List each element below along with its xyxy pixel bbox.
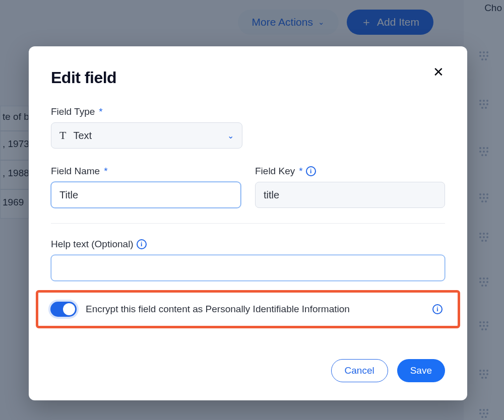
info-icon[interactable]: i <box>306 166 316 176</box>
encrypt-highlight-box: Encrypt this field content as Personally… <box>36 290 460 328</box>
bg-right-panel: Cho <box>464 0 504 420</box>
field-name-input[interactable] <box>51 182 241 208</box>
field-type-value: Text <box>73 130 220 142</box>
edit-field-modal: Edit field ✕ Field Type * T Text ⌄ Field… <box>29 46 467 400</box>
divider <box>51 223 445 224</box>
field-type-label-text: Field Type <box>51 106 95 117</box>
name-key-row: Field Name * Field Key * i <box>51 166 445 208</box>
encrypt-label: Encrypt this field content as Personally… <box>86 304 423 315</box>
drag-handle-icon[interactable] <box>479 408 489 419</box>
required-star: * <box>299 166 302 177</box>
modal-header: Edit field ✕ <box>51 68 445 87</box>
bg-toolbar: More Actions ⌄ ＋ Add Item <box>0 8 504 36</box>
close-button[interactable]: ✕ <box>432 64 445 80</box>
bg-left-cell: , 1988 <box>0 160 29 189</box>
field-type-select[interactable]: T Text ⌄ <box>51 122 242 149</box>
bg-left-cell: te of b <box>0 106 29 131</box>
field-key-input[interactable] <box>255 182 445 208</box>
drag-handle-icon[interactable] <box>479 232 489 243</box>
chevron-down-icon: ⌄ <box>227 131 234 141</box>
drag-handle-icon[interactable] <box>479 369 489 380</box>
help-text-label-text: Help text (Optional) <box>51 239 134 250</box>
add-item-label: Add Item <box>377 16 419 28</box>
add-item-button[interactable]: ＋ Add Item <box>347 10 433 35</box>
drag-handle-icon[interactable] <box>479 50 489 61</box>
drag-handle-icon[interactable] <box>479 320 489 331</box>
plus-icon: ＋ <box>361 15 372 30</box>
close-icon: ✕ <box>433 64 444 80</box>
more-actions-label: More Actions <box>252 16 313 28</box>
text-type-icon: T <box>59 129 66 142</box>
field-name-label: Field Name * <box>51 166 241 177</box>
required-star: * <box>104 166 107 177</box>
modal-title: Edit field <box>51 68 116 87</box>
help-text-label: Help text (Optional) i <box>51 239 445 250</box>
field-type-label: Field Type * <box>51 106 445 117</box>
drag-handle-icon[interactable] <box>479 146 489 157</box>
more-actions-button[interactable]: More Actions ⌄ <box>238 10 339 35</box>
field-key-label: Field Key * i <box>255 166 445 177</box>
required-star: * <box>99 106 102 117</box>
drag-handle-icon[interactable] <box>479 276 489 288</box>
bg-left-cell: 1969 <box>0 189 29 219</box>
chevron-down-icon: ⌄ <box>318 18 325 27</box>
toggle-knob <box>63 303 75 315</box>
save-button[interactable]: Save <box>397 359 445 382</box>
help-text-input[interactable] <box>51 255 445 281</box>
info-icon[interactable]: i <box>137 239 147 249</box>
field-name-col: Field Name * <box>51 166 241 208</box>
modal-footer: Cancel Save <box>51 342 445 382</box>
bg-left-cell: , 1973 <box>0 131 29 160</box>
encrypt-toggle[interactable] <box>50 302 77 317</box>
field-key-label-text: Field Key <box>255 166 295 177</box>
field-key-col: Field Key * i <box>255 166 445 208</box>
drag-handle-icon[interactable] <box>479 99 489 110</box>
bg-left-column: te of b , 1973 , 1988 1969 <box>0 106 29 219</box>
help-text-block: Help text (Optional) i <box>51 239 445 281</box>
info-icon[interactable]: i <box>432 304 443 314</box>
drag-handle-icon[interactable] <box>479 192 489 203</box>
field-name-label-text: Field Name <box>51 166 100 177</box>
cancel-button[interactable]: Cancel <box>331 359 388 382</box>
